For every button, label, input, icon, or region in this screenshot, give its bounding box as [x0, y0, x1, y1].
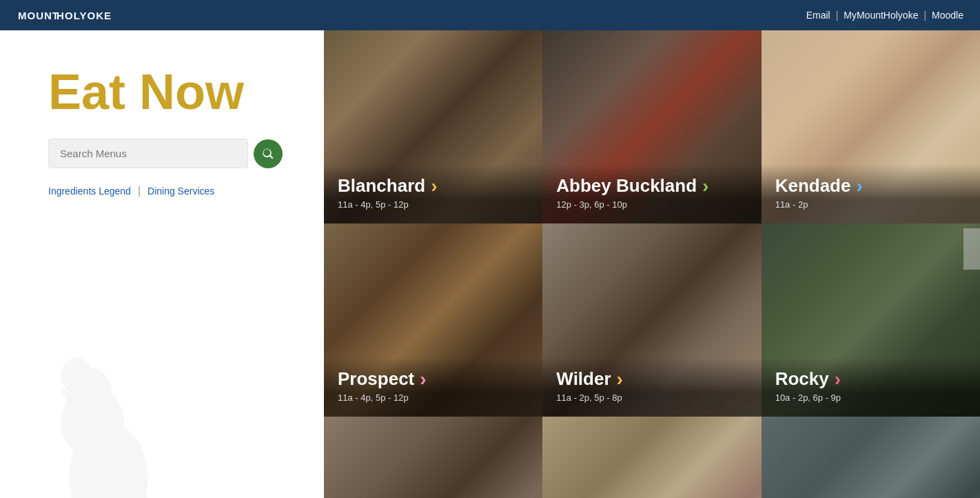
card-hours: 12p - 3p, 6p - 10p — [556, 199, 747, 210]
card-arrow-icon: › — [702, 177, 708, 196]
search-button[interactable] — [254, 139, 283, 168]
card-overlay: Kendade›11a - 2p — [762, 164, 980, 223]
card-background — [324, 417, 542, 498]
logo-svg: MOUNT H OLYOKE — [17, 6, 113, 25]
dining-grid: Blanchard›11a - 4p, 5p - 12pAbbey Buckla… — [324, 30, 980, 498]
card-name: Abbey Buckland› — [556, 175, 747, 197]
card-overlay: Rocky›10a - 2p, 6p - 9p — [762, 357, 980, 417]
card-hours: 11a - 4p, 5p - 12p — [338, 392, 529, 403]
dining-card-4[interactable]: Wilder›11a - 2p, 5p - 8p — [542, 223, 761, 417]
content-area: Blanchard›11a - 4p, 5p - 12pAbbey Buckla… — [324, 30, 980, 498]
svg-text:OLYOKE: OLYOKE — [65, 10, 112, 21]
svg-rect-8 — [61, 390, 81, 396]
card-arrow-icon: › — [835, 370, 841, 389]
card-background — [542, 417, 761, 498]
dining-card-8[interactable] — [762, 417, 980, 498]
card-name-text: Blanchard — [338, 175, 425, 197]
card-hours: 10a - 2p, 6p - 9p — [775, 392, 966, 403]
card-name: Rocky› — [775, 368, 966, 390]
card-overlay: Prospect›11a - 4p, 5p - 12p — [324, 357, 542, 417]
card-arrow-icon: › — [431, 177, 437, 196]
dining-card-5[interactable]: Rocky›10a - 2p, 6p - 9p — [762, 223, 980, 417]
main-layout: Eat Now Ingredients Legend | Dining Serv… — [0, 30, 980, 498]
duck-decoration — [28, 320, 234, 498]
svg-text:H: H — [57, 10, 64, 21]
card-background — [762, 417, 980, 498]
search-icon — [261, 147, 275, 161]
svg-point-7 — [61, 358, 93, 392]
nav-moodle-link[interactable]: Moodle — [932, 10, 963, 21]
nav-email-link[interactable]: Email — [806, 10, 830, 21]
card-name-text: Kendade — [775, 175, 851, 197]
nav-links: Email | MyMountHolyoke | Moodle — [806, 10, 963, 21]
svg-text:MOUNT: MOUNT — [18, 10, 59, 21]
card-arrow-icon: › — [617, 370, 623, 389]
dining-card-3[interactable]: Prospect›11a - 4p, 5p - 12p — [324, 223, 542, 417]
card-hours: 11a - 2p — [775, 199, 966, 210]
card-name-text: Prospect — [338, 368, 414, 390]
card-hours: 11a - 2p, 5p - 8p — [556, 392, 747, 403]
page-title: Eat Now — [48, 65, 283, 119]
card-hours: 11a - 4p, 5p - 12p — [338, 199, 529, 210]
ingredients-legend-link[interactable]: Ingredients Legend — [48, 186, 131, 197]
top-navigation: MOUNT H OLYOKE Email | MyMountHolyoke | … — [0, 0, 980, 30]
card-overlay: Blanchard›11a - 4p, 5p - 12p — [324, 164, 542, 223]
sidebar-links: Ingredients Legend | Dining Services — [48, 185, 283, 197]
nav-mymountholyoke-link[interactable]: MyMountHolyoke — [844, 10, 918, 21]
nav-sep-1: | — [836, 10, 839, 21]
card-name: Blanchard› — [338, 175, 529, 197]
links-separator: | — [138, 185, 141, 197]
card-name-text: Rocky — [775, 368, 829, 390]
nav-sep-2: | — [923, 10, 926, 21]
scroll-right-arrow[interactable]: › — [963, 228, 980, 270]
card-name-text: Wilder — [556, 368, 611, 390]
card-name: Wilder› — [556, 368, 747, 390]
search-area — [48, 139, 283, 168]
logo: MOUNT H OLYOKE — [17, 6, 113, 25]
search-input[interactable] — [48, 139, 248, 168]
dining-card-7[interactable] — [542, 417, 761, 498]
card-name: Kendade› — [775, 175, 966, 197]
card-arrow-icon: › — [856, 177, 862, 196]
dining-services-link[interactable]: Dining Services — [147, 186, 214, 197]
dining-card-0[interactable]: Blanchard›11a - 4p, 5p - 12p — [324, 30, 542, 223]
card-overlay: Wilder›11a - 2p, 5p - 8p — [542, 357, 761, 417]
dining-card-1[interactable]: Abbey Buckland›12p - 3p, 6p - 10p — [542, 30, 761, 223]
card-name-text: Abbey Buckland — [556, 175, 697, 197]
dining-card-2[interactable]: Kendade›11a - 2p — [762, 30, 980, 223]
card-overlay: Abbey Buckland›12p - 3p, 6p - 10p — [542, 164, 761, 223]
card-name: Prospect› — [338, 368, 529, 390]
card-arrow-icon: › — [420, 370, 426, 389]
dining-card-6[interactable] — [324, 417, 542, 498]
sidebar: Eat Now Ingredients Legend | Dining Serv… — [0, 30, 324, 498]
